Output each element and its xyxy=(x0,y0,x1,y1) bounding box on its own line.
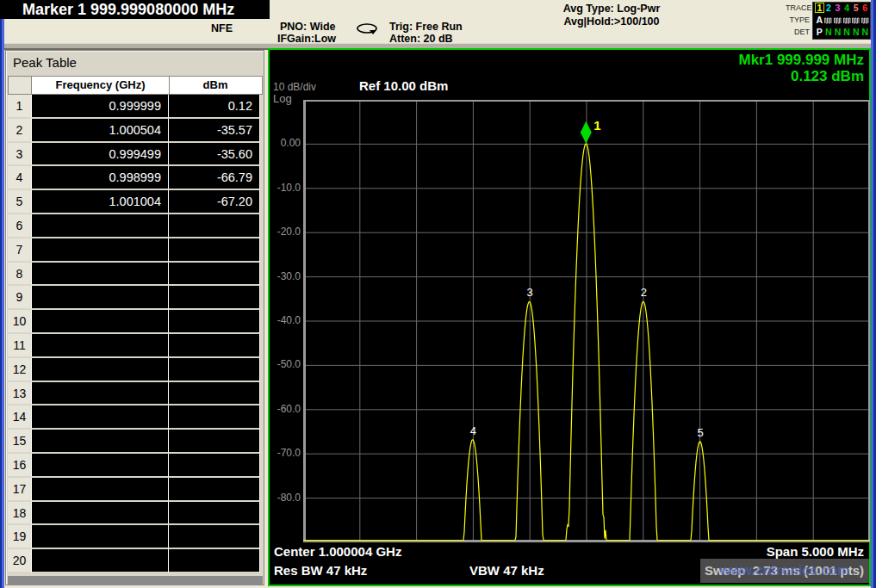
type-row-label: TYPE xyxy=(786,15,810,24)
peak-table-row-18[interactable]: 18 xyxy=(8,502,263,526)
window-edge-right xyxy=(871,0,876,588)
row-index: 14 xyxy=(8,405,31,430)
active-function-readout: Marker 1 999.999080000 MHz xyxy=(0,0,270,19)
row-dbm-value xyxy=(169,358,260,382)
peak-table-row-2[interactable]: 21.000504-35.57 xyxy=(8,119,263,143)
row-dbm-value xyxy=(169,502,260,526)
row-index: 8 xyxy=(8,263,31,287)
peak-table-header: Frequency (GHz) dBm xyxy=(8,76,263,95)
peak-table-row-19[interactable]: 19 xyxy=(8,525,263,549)
y-axis-label: -50.0 xyxy=(270,358,301,370)
peak-table-row-4[interactable]: 40.998999-66.79 xyxy=(8,166,263,190)
peak-table-row-11[interactable]: 11 xyxy=(8,334,263,358)
avg-type-status[interactable]: Avg Type: Log-Pwr xyxy=(517,3,706,15)
trace-1-select-button[interactable]: 1 xyxy=(815,3,824,13)
trace-5-detector-indicator: N xyxy=(851,27,860,38)
row-frequency-value xyxy=(31,525,169,549)
span-annotation[interactable]: Span 5.000 MHz xyxy=(767,544,864,559)
peak-table-row-10[interactable]: 10 xyxy=(8,310,263,334)
trace-2-select-button[interactable]: 2 xyxy=(824,3,834,14)
row-index: 19 xyxy=(8,525,31,549)
peak-number-label: 3 xyxy=(527,286,533,299)
row-dbm-value: -67.20 xyxy=(169,190,260,214)
peak-table-row-1[interactable]: 10.9999990.12 xyxy=(8,95,263,119)
y-axis-label: -10.0 xyxy=(270,182,301,194)
trace-4-detector-indicator: N xyxy=(842,27,852,38)
nfe-status[interactable]: NFE xyxy=(211,22,233,34)
y-axis-label: 0.00 xyxy=(270,137,301,149)
row-dbm-value xyxy=(169,454,260,478)
trace-1-detector-indicator: P xyxy=(815,27,824,38)
peak-table-row-13[interactable]: 13 xyxy=(8,382,263,406)
peak-table-row-6[interactable]: 6 xyxy=(8,214,263,238)
row-index: 2 xyxy=(8,119,31,143)
row-frequency-value: 0.999499 xyxy=(31,143,169,167)
scale-per-div-label: 10 dB/div xyxy=(273,81,316,93)
det-row-label: DET xyxy=(786,28,810,36)
row-dbm-value xyxy=(169,525,260,549)
trace-row-label: TRACE xyxy=(786,3,810,12)
row-dbm-value xyxy=(169,334,260,358)
peak-table-row-5[interactable]: 51.001004-67.20 xyxy=(8,190,263,214)
row-frequency-value xyxy=(31,405,169,430)
trigger-status[interactable]: Trig: Free Run xyxy=(389,21,463,33)
graticule xyxy=(303,100,870,542)
row-dbm-value: -35.60 xyxy=(169,143,260,167)
row-index: 10 xyxy=(8,310,31,334)
trace-4-type-indicator xyxy=(842,15,852,26)
continuous-sweep-icon[interactable] xyxy=(355,22,379,39)
avg-hold-status[interactable]: Avg|Hold:>100/100 xyxy=(517,15,706,28)
row-index: 5 xyxy=(8,190,31,214)
peak-table-row-17[interactable]: 17 xyxy=(8,478,263,502)
row-frequency-value xyxy=(31,502,169,526)
marker-1-diamond[interactable] xyxy=(581,121,592,144)
peak-table-header-frequency: Frequency (GHz) xyxy=(32,77,170,94)
row-index: 4 xyxy=(8,166,31,190)
row-dbm-value xyxy=(169,405,260,430)
row-frequency-value xyxy=(31,286,169,310)
peak-table-row-7[interactable]: 7 xyxy=(8,238,263,263)
trace-6-select-button[interactable]: 6 xyxy=(860,3,870,14)
scale-type-label: Log xyxy=(273,92,292,105)
trace-4-select-button[interactable]: 4 xyxy=(842,3,852,14)
res-bw-annotation[interactable]: Res BW 47 kHz xyxy=(274,563,367,578)
trace-legend-box: 123456 A PNNNNN xyxy=(812,2,871,40)
trace-3-type-indicator xyxy=(833,15,842,26)
row-index: 6 xyxy=(8,214,31,238)
peak-table-row-8[interactable]: 8 xyxy=(8,263,263,287)
peak-table-row-3[interactable]: 30.999499-35.60 xyxy=(8,143,263,167)
row-dbm-value xyxy=(169,286,260,310)
peak-table-scrollbar[interactable] xyxy=(8,576,263,585)
marker-readout-amplitude: 0.123 dBm xyxy=(791,68,864,85)
peak-table-header-index xyxy=(9,77,32,94)
trace-3-detector-indicator: N xyxy=(833,27,842,38)
spectrum-plot[interactable]: 12345 xyxy=(303,100,870,542)
peak-table-row-16[interactable]: 16 xyxy=(8,454,263,478)
peak-table-row-12[interactable]: 12 xyxy=(8,358,263,382)
row-index: 9 xyxy=(8,286,31,310)
peak-table: Frequency (GHz) dBm 10.9999990.1221.0005… xyxy=(8,76,263,573)
vbw-annotation[interactable]: VBW 47 kHz xyxy=(469,563,544,578)
row-frequency-value xyxy=(31,382,169,406)
watermark: www.cntronics.com xyxy=(700,559,869,583)
row-index: 13 xyxy=(8,382,31,406)
peak-table-row-14[interactable]: 14 xyxy=(8,405,263,430)
row-dbm-value xyxy=(169,478,260,502)
window-edge-left xyxy=(0,19,4,588)
y-axis-label: -40.0 xyxy=(270,314,301,326)
peak-table-row-15[interactable]: 15 xyxy=(8,430,263,454)
peak-table-row-20[interactable]: 20 xyxy=(8,549,263,573)
y-axis-label: -60.0 xyxy=(270,403,301,415)
trace-1-type-indicator: A xyxy=(815,15,824,26)
peak-number-label: 4 xyxy=(470,424,476,437)
pno-status[interactable]: PNO: Wide xyxy=(280,21,335,33)
marker-readout-frequency: Mkr1 999.999 MHz xyxy=(738,52,864,69)
peak-table-row-9[interactable]: 9 xyxy=(8,286,263,310)
trace-3-select-button[interactable]: 3 xyxy=(833,3,842,14)
row-frequency-value xyxy=(31,478,169,502)
center-freq-annotation[interactable]: Center 1.000004 GHz xyxy=(274,544,401,559)
trace-5-select-button[interactable]: 5 xyxy=(851,3,860,14)
row-dbm-value: 0.12 xyxy=(169,95,260,119)
y-axis-label: -20.0 xyxy=(270,226,301,238)
trace-6-detector-indicator: N xyxy=(860,27,870,38)
